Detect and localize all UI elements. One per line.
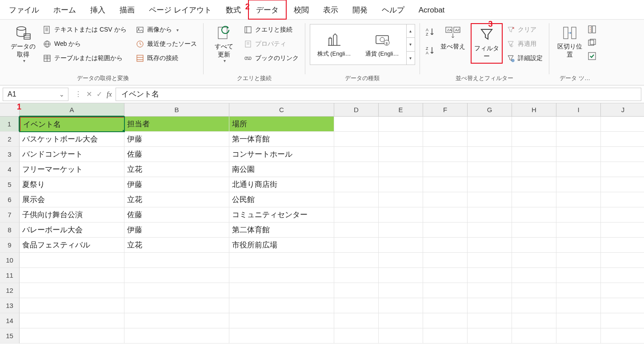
enter-formula-button[interactable]: ✓ <box>96 90 102 98</box>
cell[interactable] <box>334 222 379 238</box>
name-box[interactable]: A1 <box>3 88 68 101</box>
cell[interactable] <box>20 298 124 313</box>
row-header-1[interactable]: 1 <box>0 117 20 132</box>
cell[interactable]: 夏祭り <box>20 177 124 192</box>
cell[interactable] <box>512 132 556 147</box>
cell[interactable] <box>556 192 601 207</box>
cell[interactable] <box>423 207 468 222</box>
flash-fill-button[interactable] <box>588 25 596 34</box>
tab-file[interactable]: ファイル <box>2 0 46 19</box>
cell[interactable] <box>468 328 512 344</box>
cell[interactable]: 公民館 <box>229 192 334 207</box>
cell[interactable] <box>334 238 379 253</box>
cell[interactable] <box>556 177 601 192</box>
cell[interactable] <box>601 117 644 132</box>
cell[interactable] <box>468 177 512 192</box>
cell[interactable] <box>423 268 468 283</box>
cell[interactable] <box>379 222 423 238</box>
cell[interactable] <box>601 177 644 192</box>
cell[interactable]: 立花 <box>124 238 229 253</box>
cell[interactable] <box>334 147 379 162</box>
refresh-all-button[interactable]: すべて 更新 <box>208 23 240 65</box>
cell[interactable]: コンサートホール <box>229 147 334 162</box>
col-header-I[interactable]: I <box>556 103 601 117</box>
cell[interactable] <box>423 162 468 177</box>
cell[interactable] <box>556 238 601 253</box>
filter-button[interactable]: フィルター <box>471 23 503 64</box>
cell[interactable] <box>20 253 124 268</box>
cell[interactable] <box>124 268 229 283</box>
cell[interactable] <box>556 313 601 328</box>
cell[interactable] <box>423 177 468 192</box>
cell[interactable]: 伊藤 <box>124 222 229 238</box>
cell[interactable]: 食品フェスティバル <box>20 238 124 253</box>
cell[interactable]: 場所 <box>229 117 334 132</box>
cell[interactable] <box>512 328 556 344</box>
cell[interactable] <box>334 268 379 283</box>
tab-dev[interactable]: 開発 <box>345 0 375 19</box>
cell[interactable]: 市役所前広場 <box>229 238 334 253</box>
cell[interactable] <box>423 298 468 313</box>
cell[interactable] <box>379 192 423 207</box>
cell[interactable]: 佐藤 <box>124 147 229 162</box>
cell[interactable] <box>334 192 379 207</box>
cell[interactable] <box>423 238 468 253</box>
cell[interactable] <box>423 313 468 328</box>
cell[interactable] <box>379 313 423 328</box>
cell[interactable] <box>601 192 644 207</box>
advanced-filter-button[interactable]: 詳細設定 <box>504 53 544 64</box>
cell[interactable] <box>124 253 229 268</box>
cell[interactable] <box>229 298 334 313</box>
cell[interactable] <box>601 298 644 313</box>
cancel-formula-button[interactable]: ✕ <box>86 90 92 98</box>
tab-insert[interactable]: 挿入 <box>83 0 112 19</box>
cell[interactable] <box>468 117 512 132</box>
row-header-9[interactable]: 9 <box>0 238 20 253</box>
cell[interactable]: 佐藤 <box>124 207 229 222</box>
cell[interactable] <box>423 283 468 298</box>
cell[interactable]: 立花 <box>124 162 229 177</box>
cell[interactable] <box>334 162 379 177</box>
remove-duplicates-button[interactable] <box>588 38 596 47</box>
col-header-E[interactable]: E <box>379 103 423 117</box>
cell[interactable] <box>468 162 512 177</box>
from-text-csv-button[interactable]: テキストまたは CSV から <box>41 24 128 36</box>
cell[interactable] <box>334 253 379 268</box>
col-header-F[interactable]: F <box>423 103 468 117</box>
tab-formulas[interactable]: 数式 2 <box>219 0 248 19</box>
cell[interactable] <box>512 283 556 298</box>
row-header-2[interactable]: 2 <box>0 132 20 147</box>
row-header-15[interactable]: 15 <box>0 328 20 344</box>
cell[interactable]: バレーボール大会 <box>20 222 124 238</box>
cell[interactable] <box>556 147 601 162</box>
cell[interactable] <box>468 313 512 328</box>
sort-button[interactable]: ZAAZ 並べ替え <box>437 23 469 53</box>
cell[interactable]: 南公園 <box>229 162 334 177</box>
cell[interactable] <box>379 328 423 344</box>
tab-draw[interactable]: 描画 <box>112 0 142 19</box>
cell[interactable] <box>124 313 229 328</box>
cell[interactable] <box>423 117 468 132</box>
sort-asc-button[interactable]: AZ <box>424 27 435 37</box>
cell[interactable] <box>423 147 468 162</box>
cell[interactable] <box>556 117 601 132</box>
col-header-D[interactable]: D <box>334 103 379 117</box>
cell[interactable] <box>601 222 644 238</box>
cell[interactable] <box>556 283 601 298</box>
cell[interactable] <box>423 132 468 147</box>
cell[interactable] <box>334 177 379 192</box>
cell[interactable] <box>379 162 423 177</box>
cell[interactable] <box>468 253 512 268</box>
cell[interactable] <box>379 177 423 192</box>
cell[interactable] <box>379 132 423 147</box>
workbook-links-button[interactable]: ブックのリンク <box>242 53 300 64</box>
cell[interactable] <box>468 283 512 298</box>
cell[interactable] <box>334 207 379 222</box>
tab-help[interactable]: ヘルプ <box>375 0 412 19</box>
cell[interactable] <box>229 313 334 328</box>
cell[interactable]: 立花 <box>124 192 229 207</box>
row-header-14[interactable]: 14 <box>0 313 20 328</box>
cell[interactable]: コミュニティセンター <box>229 207 334 222</box>
cell[interactable] <box>512 298 556 313</box>
cell[interactable] <box>512 238 556 253</box>
